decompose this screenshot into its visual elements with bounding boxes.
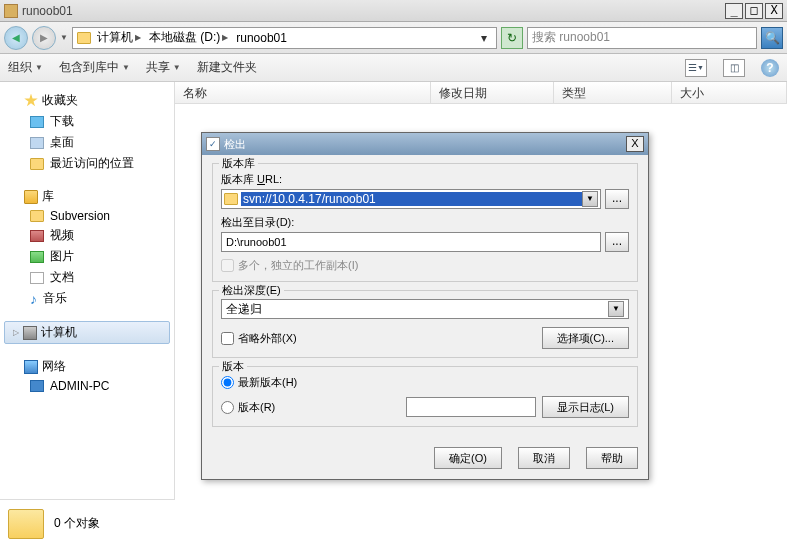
cancel-button[interactable]: 取消: [518, 447, 570, 469]
breadcrumb-folder[interactable]: runoob01: [234, 31, 289, 45]
repository-group: 版本库 版本库 URL: svn://10.0.4.17/runoob01 ▼ …: [212, 163, 638, 282]
new-folder-button[interactable]: 新建文件夹: [197, 59, 257, 76]
address-bar[interactable]: 计算机 ▶ 本地磁盘 (D:) ▶ runoob01 ▾: [72, 27, 497, 49]
column-name[interactable]: 名称: [175, 82, 431, 103]
sidebar-item-downloads[interactable]: 下载: [4, 111, 170, 132]
folder-icon: [77, 32, 91, 44]
command-toolbar: 组织 ▼ 包含到库中 ▼ 共享 ▼ 新建文件夹 ☰ ▼ ◫ ?: [0, 54, 787, 82]
revision-group: 版本 最新版本(H) 版本(R) 显示日志(L): [212, 366, 638, 427]
column-headers: 名称 修改日期 类型 大小: [175, 82, 787, 104]
revision-input[interactable]: [406, 397, 536, 417]
depth-legend: 检出深度(E): [219, 283, 284, 298]
status-bar: 0 个对象: [0, 499, 175, 547]
help-button[interactable]: 帮助: [586, 447, 638, 469]
navigation-bar: ◀ ▶ ▼ 计算机 ▶ 本地磁盘 (D:) ▶ runoob01 ▾ ↻ 搜索 …: [0, 22, 787, 54]
omit-externals-check[interactable]: [221, 332, 234, 345]
repo-url-browse-button[interactable]: ...: [605, 189, 629, 209]
sidebar-item-music[interactable]: ♪音乐: [4, 288, 170, 309]
sidebar-item-recent[interactable]: 最近访问的位置: [4, 153, 170, 174]
organize-menu[interactable]: 组织 ▼: [8, 59, 43, 76]
window-title: runoob01: [22, 4, 723, 18]
choose-items-button[interactable]: 选择项(C)...: [542, 327, 629, 349]
sidebar-favorites-header[interactable]: 收藏夹: [4, 90, 170, 111]
search-input[interactable]: 搜索 runoob01: [527, 27, 757, 49]
column-type[interactable]: 类型: [554, 82, 672, 103]
sidebar-item-pictures[interactable]: 图片: [4, 246, 170, 267]
dialog-titlebar[interactable]: ✓ 检出 X: [202, 133, 648, 155]
sidebar-item-subversion[interactable]: Subversion: [4, 207, 170, 225]
repository-legend: 版本库: [219, 156, 258, 171]
multiple-copies-check: [221, 259, 234, 272]
repo-url-combo[interactable]: svn://10.0.4.17/runoob01 ▼: [221, 189, 601, 209]
refresh-button[interactable]: ↻: [501, 27, 523, 49]
dialog-title: 检出: [224, 137, 246, 152]
sidebar-item-admin-pc[interactable]: ADMIN-PC: [4, 377, 170, 395]
sidebar-item-documents[interactable]: 文档: [4, 267, 170, 288]
history-dropdown[interactable]: ▼: [60, 33, 68, 42]
sidebar-network-header[interactable]: 网络: [4, 356, 170, 377]
preview-pane-button[interactable]: ◫: [723, 59, 745, 77]
head-radio[interactable]: [221, 376, 234, 389]
forward-button[interactable]: ▶: [32, 26, 56, 50]
help-button[interactable]: ?: [761, 59, 779, 77]
depth-dropdown[interactable]: ▼: [608, 301, 624, 317]
close-button[interactable]: X: [765, 3, 783, 19]
sidebar-item-computer[interactable]: ▷计算机: [4, 321, 170, 344]
item-count: 0 个对象: [54, 515, 100, 532]
folder-icon: [224, 193, 238, 205]
sidebar-item-video[interactable]: 视频: [4, 225, 170, 246]
repo-url-dropdown[interactable]: ▼: [582, 191, 598, 207]
specific-revision-radio[interactable]: 版本(R): [221, 400, 275, 415]
depth-group: 检出深度(E) 全递归 ▼ 省略外部(X) 选择项(C)...: [212, 290, 638, 358]
checkout-icon: ✓: [206, 137, 220, 151]
share-menu[interactable]: 共享 ▼: [146, 59, 181, 76]
breadcrumb-drive[interactable]: 本地磁盘 (D:) ▶: [147, 29, 230, 46]
depth-value: 全递归: [226, 301, 262, 318]
sidebar-item-desktop[interactable]: 桌面: [4, 132, 170, 153]
sidebar-libraries-header[interactable]: 库: [4, 186, 170, 207]
checkout-dialog: ✓ 检出 X 版本库 版本库 URL: svn://10.0.4.17/runo…: [201, 132, 649, 480]
repo-url-value: svn://10.0.4.17/runoob01: [241, 192, 582, 206]
column-date[interactable]: 修改日期: [431, 82, 554, 103]
navigation-sidebar: 收藏夹 下载 桌面 最近访问的位置 库 Subversion 视频 图片 文档 …: [0, 82, 175, 547]
view-options-button[interactable]: ☰ ▼: [685, 59, 707, 77]
dialog-close-button[interactable]: X: [626, 136, 644, 152]
window-titlebar: runoob01 _ □ X: [0, 0, 787, 22]
folder-icon: [8, 509, 44, 539]
maximize-button[interactable]: □: [745, 3, 763, 19]
omit-externals-checkbox[interactable]: 省略外部(X): [221, 331, 297, 346]
folder-icon: [4, 4, 18, 18]
show-log-button[interactable]: 显示日志(L): [542, 396, 629, 418]
checkout-dir-browse-button[interactable]: ...: [605, 232, 629, 252]
column-size[interactable]: 大小: [672, 82, 787, 103]
ok-button[interactable]: 确定(O): [434, 447, 502, 469]
url-label: 版本库 URL:: [221, 173, 282, 185]
rev-radio[interactable]: [221, 401, 234, 414]
back-button[interactable]: ◀: [4, 26, 28, 50]
multiple-copies-checkbox: 多个，独立的工作副本(I): [221, 258, 629, 273]
address-dropdown[interactable]: ▾: [476, 31, 492, 45]
include-library-menu[interactable]: 包含到库中 ▼: [59, 59, 130, 76]
revision-legend: 版本: [219, 359, 247, 374]
breadcrumb-computer[interactable]: 计算机 ▶: [95, 29, 143, 46]
search-button[interactable]: 🔍: [761, 27, 783, 49]
checkout-dir-input[interactable]: [221, 232, 601, 252]
depth-select[interactable]: 全递归 ▼: [221, 299, 629, 319]
minimize-button[interactable]: _: [725, 3, 743, 19]
head-revision-radio[interactable]: 最新版本(H): [221, 375, 629, 390]
dir-label: 检出至目录(D):: [221, 215, 629, 230]
